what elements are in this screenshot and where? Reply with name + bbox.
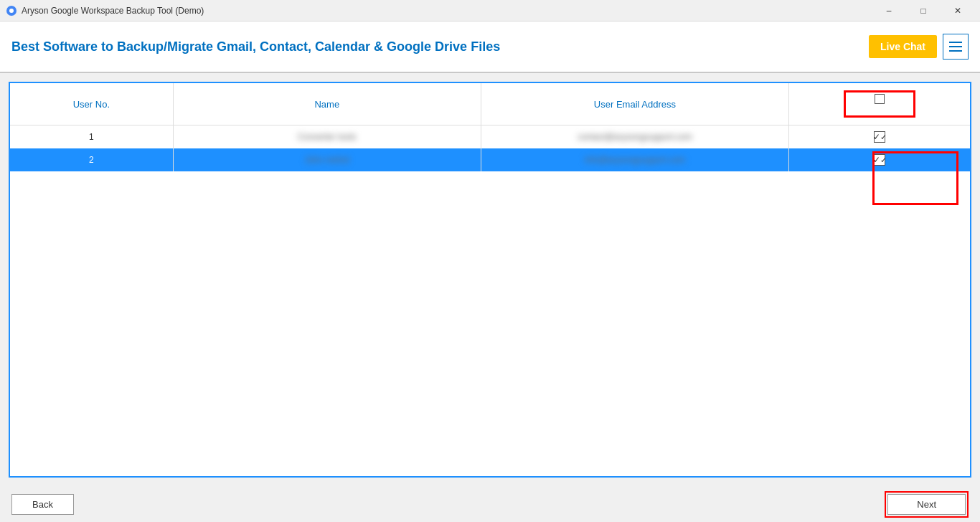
- table-row: 2 John mehot info@arysongsupport.com ✓: [10, 148, 970, 171]
- col-header-no: User No.: [10, 83, 173, 125]
- table-container: User No. Name User Email Address: [9, 82, 971, 478]
- title-bar-left: Aryson Google Workspace Backup Tool (Dem…: [6, 5, 204, 16]
- svg-point-1: [9, 9, 14, 13]
- menu-line-1: [949, 42, 962, 43]
- title-bar-controls: – □ ✕: [872, 0, 974, 22]
- cell-name-2: John mehot: [173, 148, 481, 171]
- app-title: Aryson Google Workspace Backup Tool (Dem…: [22, 6, 204, 16]
- close-button[interactable]: ✕: [941, 0, 974, 22]
- cell-check-2: ✓: [789, 148, 970, 171]
- next-button[interactable]: Next: [887, 494, 966, 515]
- menu-button[interactable]: [943, 34, 969, 60]
- header-title: Best Software to Backup/Migrate Gmail, C…: [11, 39, 500, 54]
- col-header-name: Name: [173, 83, 481, 125]
- col-header-select: [789, 83, 970, 125]
- cell-no-1: 1: [10, 125, 173, 149]
- header-checkbox[interactable]: [875, 94, 885, 104]
- main-content: User No. Name User Email Address: [0, 73, 980, 486]
- minimize-button[interactable]: –: [872, 0, 905, 22]
- col-header-email: User Email Address: [481, 83, 788, 125]
- header: Best Software to Backup/Migrate Gmail, C…: [0, 22, 980, 73]
- next-button-wrapper: Next: [885, 491, 969, 518]
- user-table: User No. Name User Email Address: [10, 83, 970, 171]
- table-row: 1 Converter tools contact@arysongsupport…: [10, 125, 970, 149]
- header-right: Live Chat: [869, 34, 969, 60]
- cell-email-1: contact@arysongsupport.com: [481, 125, 788, 149]
- app-icon: [6, 5, 17, 16]
- menu-line-3: [949, 50, 962, 52]
- table-header-row: User No. Name User Email Address: [10, 83, 970, 125]
- cell-email-2: info@arysongsupport.com: [481, 148, 788, 171]
- row-checkbox-2[interactable]: ✓: [874, 154, 885, 166]
- maximize-button[interactable]: □: [907, 0, 940, 22]
- live-chat-button[interactable]: Live Chat: [869, 35, 937, 58]
- row-checkbox-1[interactable]: ✓: [874, 131, 885, 143]
- menu-line-2: [949, 46, 962, 47]
- cell-no-2: 2: [10, 148, 173, 171]
- cell-check-1: ✓: [789, 125, 970, 149]
- back-button[interactable]: Back: [11, 494, 74, 515]
- title-bar: Aryson Google Workspace Backup Tool (Dem…: [0, 0, 980, 22]
- cell-name-1: Converter tools: [173, 125, 481, 149]
- footer: Back Next: [0, 486, 980, 522]
